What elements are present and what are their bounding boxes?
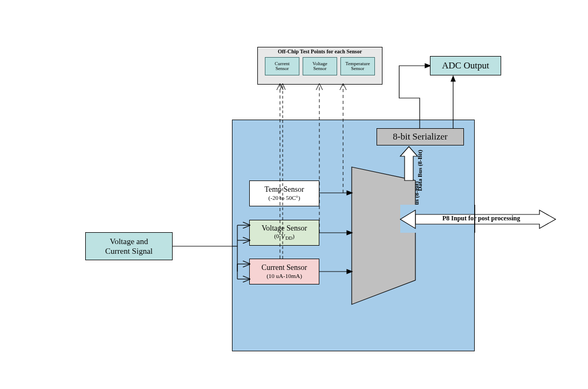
testpoint-current-label: CurrentSensor [275,61,290,72]
adc-letter-c: C [379,237,389,252]
temp-sensor-range: (-20 to 50C°) [269,194,300,202]
voltage-sensor-label: Voltage Sensor [262,224,307,233]
voltage-sensor-range: (0-VDD) [274,233,295,241]
current-sensor-range: (10 uA-10mA) [266,273,302,280]
input-signal-line1: Voltage and [110,237,148,246]
input-signal-block: Voltage and Current Signal [85,232,173,260]
current-sensor-label: Current Sensor [262,263,307,273]
testpoints-container: Off-Chip Test Points for each Sensor Cur… [257,47,382,85]
temp-sensor-block: Temp Sensor (-20 to 50C°) [249,180,319,206]
testpoint-temperature: TemperatureSensor [340,57,375,75]
serializer-block-top: 8-bit Serializer [377,128,464,145]
current-sensor-block: Current Sensor (10 uA-10mA) [249,259,319,284]
testpoint-voltage: VoltageSensor [303,57,337,75]
testpoint-voltage-label: VoltageSensor [312,61,327,72]
adc-letter-d: D [379,221,389,237]
data-bus-label-top: Data Bus (8-Bit) [416,150,423,191]
adc-text: A D C (2 Stage FLASH) [352,178,416,296]
voltage-sensor-block: Voltage Sensor (0-VDD) [249,220,319,246]
adc-output-block-top: ADC Output [430,56,501,75]
input-signal-line2: Current Signal [105,246,153,256]
p8-label-top: P8 Input for post processing [442,214,520,223]
temp-sensor-label: Temp Sensor [264,185,304,194]
testpoints-title: Off-Chip Test Points for each Sensor [278,48,362,55]
testpoint-current: CurrentSensor [265,57,299,75]
adc-sub: (2 Stage FLASH) [363,262,405,268]
adc-letter-a: A [379,206,389,221]
testpoint-temperature-label: TemperatureSensor [345,61,370,72]
